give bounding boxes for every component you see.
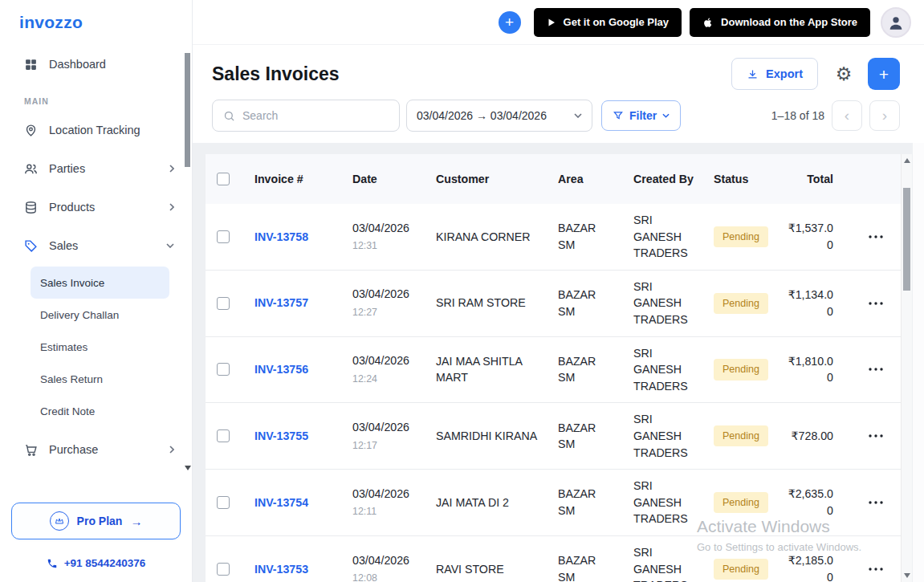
sidebar-scroll-down-arrow[interactable] — [185, 466, 191, 470]
invoice-date: 03/04/2026 — [352, 419, 417, 436]
select-all-checkbox[interactable] — [217, 173, 230, 185]
app-store-label: Download on the App Store — [721, 16, 857, 28]
sidebar-subitem-sales-invoice[interactable]: Sales Invoice — [31, 267, 169, 299]
row-actions-button[interactable] — [864, 563, 888, 576]
date-range-picker[interactable]: 03/04/2026 → 03/04/2026 — [406, 100, 592, 132]
column-header-status: Status — [702, 163, 774, 196]
chevron-right-icon — [169, 446, 174, 454]
row-actions-button[interactable] — [864, 230, 888, 243]
row-actions-button[interactable] — [864, 297, 888, 310]
next-page-button[interactable]: › — [869, 100, 900, 131]
invoice-number-link[interactable]: INV-13756 — [254, 363, 308, 376]
export-label: Export — [766, 67, 803, 80]
sidebar-scrollbar-thumb[interactable] — [185, 53, 190, 167]
created-by: SRI GANESH TRADERS — [621, 337, 702, 403]
invoice-date: 03/04/2026 — [352, 352, 417, 369]
download-icon — [747, 68, 759, 80]
table-row: INV-13754 03/04/2026 12:11 JAI MATA DI 2… — [206, 470, 901, 536]
invoice-date: 03/04/2026 — [352, 486, 417, 503]
column-header-area: Area — [546, 163, 621, 196]
user-avatar[interactable] — [881, 7, 911, 38]
pro-plan-button[interactable]: Pro Plan → — [11, 503, 181, 539]
row-checkbox[interactable] — [217, 297, 230, 310]
cart-icon — [24, 443, 38, 457]
table-row: INV-13756 03/04/2026 12:24 JAI MAA SHITL… — [206, 337, 901, 404]
sidebar-subitem-estimates[interactable]: Estimates — [31, 331, 169, 363]
sidebar-item-label: Dashboard — [49, 58, 174, 71]
sidebar-item-sales[interactable]: Sales — [0, 226, 192, 265]
sidebar-nav: Dashboard MAIN Location Tracking Parties — [0, 40, 192, 469]
invoice-table-section: Invoice # Date Customer Area Created By … — [193, 143, 924, 582]
invoice-time: 12:24 — [352, 372, 417, 387]
status-badge: Pending — [714, 293, 768, 314]
row-checkbox[interactable] — [217, 230, 230, 243]
row-checkbox[interactable] — [217, 496, 230, 509]
row-checkbox[interactable] — [217, 429, 230, 442]
app-window: invozzo Dashboard MAIN Location Tracking — [0, 0, 924, 582]
sidebar-item-location-tracking[interactable]: Location Tracking — [0, 111, 192, 149]
filter-button[interactable]: Filter — [601, 100, 681, 131]
table-scrollbar-thumb[interactable] — [903, 188, 910, 291]
caret-down-icon — [574, 113, 582, 118]
new-invoice-button[interactable]: + — [868, 58, 900, 90]
invoice-time: 12:17 — [352, 439, 417, 454]
row-checkbox[interactable] — [217, 563, 230, 576]
sidebar-subitem-sales-return[interactable]: Sales Return — [31, 363, 169, 395]
filter-label: Filter — [629, 109, 657, 122]
column-header-total: Total — [774, 163, 845, 196]
settings-button[interactable]: ⚙ — [828, 58, 860, 90]
row-actions-button[interactable] — [864, 496, 888, 509]
status-badge: Pending — [714, 359, 768, 380]
invoice-time: 12:31 — [352, 239, 417, 254]
scroll-down-arrow[interactable] — [904, 573, 910, 578]
area-name: BAZAR SM — [546, 544, 621, 582]
created-by: SRI GANESH TRADERS — [621, 470, 702, 535]
sidebar-subitem-delivery-challan[interactable]: Delivery Challan — [31, 299, 169, 331]
quick-add-button[interactable]: + — [499, 11, 521, 34]
app-store-button[interactable]: Download on the App Store — [690, 8, 870, 37]
area-name: BAZAR SM — [546, 345, 621, 394]
search-icon — [223, 110, 235, 122]
invoice-number-link[interactable]: INV-13754 — [254, 496, 308, 509]
invoice-date: 03/04/2026 — [352, 220, 417, 237]
arrow-right-icon: → — [130, 515, 142, 528]
table-row: INV-13753 03/04/2026 12:08 RAVI STORE BA… — [206, 536, 901, 582]
sidebar-item-dashboard[interactable]: Dashboard — [0, 45, 192, 83]
invoice-time: 12:11 — [352, 505, 417, 519]
invoice-number-link[interactable]: INV-13755 — [254, 429, 308, 442]
ellipsis-icon — [869, 568, 883, 571]
invoice-date: 03/04/2026 — [352, 552, 417, 569]
invoice-number-link[interactable]: INV-13753 — [254, 563, 308, 576]
topbar: + Get it on Google Play Download on the … — [193, 0, 924, 45]
ellipsis-icon — [869, 302, 883, 305]
invoice-number-link[interactable]: INV-13757 — [254, 296, 308, 309]
sidebar-item-parties[interactable]: Parties — [0, 149, 192, 188]
sidebar-subitem-credit-note[interactable]: Credit Note — [31, 395, 169, 427]
status-badge: Pending — [714, 425, 768, 446]
area-name: BAZAR SM — [546, 212, 621, 261]
invoice-number-link[interactable]: INV-13758 — [254, 230, 308, 243]
support-phone-link[interactable]: +91 8544240376 — [11, 557, 181, 569]
search-input[interactable] — [242, 109, 389, 122]
customer-name: SAMRIDHI KIRANA — [424, 420, 546, 453]
row-actions-button[interactable] — [864, 429, 888, 442]
column-header-created-by: Created By — [621, 163, 702, 196]
toolbar: 03/04/2026 → 03/04/2026 Filter 1–18 of 1… — [193, 95, 924, 143]
sidebar-item-purchase[interactable]: Purchase — [0, 430, 192, 469]
sidebar-item-products[interactable]: Products — [0, 188, 192, 226]
sidebar-scrollbar — [183, 47, 192, 472]
export-button[interactable]: Export — [731, 58, 818, 90]
row-actions-button[interactable] — [864, 363, 888, 376]
invoice-time: 12:08 — [352, 572, 417, 582]
customer-name: JAI MAA SHITLA MART — [424, 345, 546, 394]
table-row: INV-13755 03/04/2026 12:17 SAMRIDHI KIRA… — [206, 403, 901, 470]
chevron-down-icon — [166, 243, 174, 248]
google-play-button[interactable]: Get it on Google Play — [534, 8, 682, 37]
ellipsis-icon — [869, 235, 883, 238]
row-checkbox[interactable] — [217, 363, 230, 376]
support-phone-number: +91 8544240376 — [64, 557, 146, 569]
prev-page-button[interactable]: ‹ — [832, 100, 862, 131]
gear-icon: ⚙ — [836, 63, 853, 85]
scroll-up-arrow[interactable] — [904, 158, 910, 163]
brand-logo[interactable]: invozzo — [0, 0, 192, 40]
